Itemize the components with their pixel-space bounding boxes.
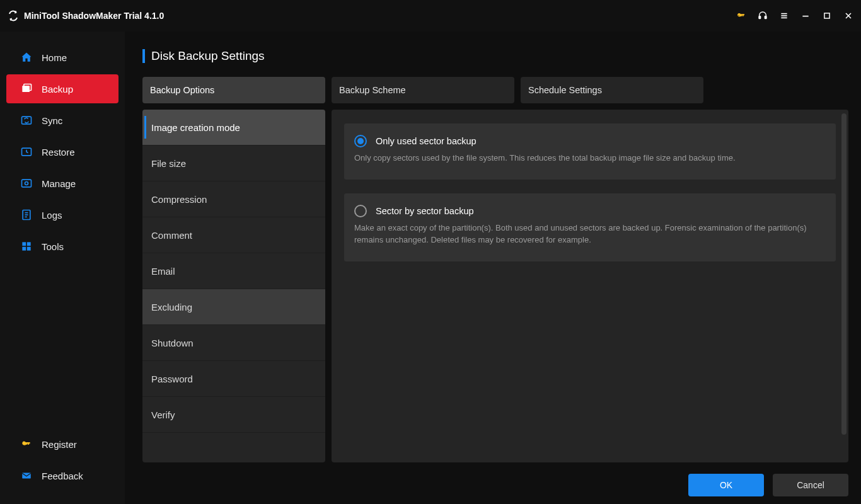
content-area: Disk Backup Settings Backup Options Back… xyxy=(125,32,861,504)
option-label: Compression xyxy=(151,194,207,205)
tab-backup-scheme[interactable]: Backup Scheme xyxy=(332,77,514,103)
sidebar-item-label: Logs xyxy=(42,210,62,220)
option-password[interactable]: Password xyxy=(142,361,325,397)
radio-icon xyxy=(354,205,367,217)
logs-icon xyxy=(20,209,33,221)
menu-icon[interactable] xyxy=(779,11,789,21)
svg-rect-23 xyxy=(22,473,31,479)
minimize-icon[interactable] xyxy=(800,11,811,21)
tools-icon xyxy=(20,240,33,253)
radio-sector-by-sector[interactable]: Sector by sector backup Make an exact co… xyxy=(344,193,836,261)
dialog-footer: OK Cancel xyxy=(142,462,848,496)
header-accent-bar xyxy=(142,49,145,63)
option-shutdown[interactable]: Shutdown xyxy=(142,325,325,361)
radio-title: Only used sector backup xyxy=(376,136,477,146)
sidebar: Home Backup Sync Restore Manage Logs xyxy=(0,32,125,504)
option-file-size[interactable]: File size xyxy=(142,146,325,181)
sidebar-item-feedback[interactable]: Feedback xyxy=(6,461,118,490)
sidebar-item-label: Backup xyxy=(42,84,73,94)
tab-label: Schedule Settings xyxy=(528,85,602,95)
option-label: Shutdown xyxy=(151,338,194,348)
sidebar-item-restore[interactable]: Restore xyxy=(6,137,118,166)
sidebar-item-label: Home xyxy=(42,52,67,63)
option-label: Email xyxy=(151,266,175,277)
titlebar: MiniTool ShadowMaker Trial 4.1.0 xyxy=(0,0,861,32)
svg-rect-20 xyxy=(27,242,31,246)
option-label: Comment xyxy=(151,230,192,241)
sidebar-item-tools[interactable]: Tools xyxy=(6,232,118,261)
option-label: Password xyxy=(151,374,193,384)
sidebar-footer: Register Feedback xyxy=(0,430,125,504)
option-label: Excluding xyxy=(151,302,192,312)
feedback-mail-icon xyxy=(20,469,33,482)
app-logo-icon xyxy=(8,10,19,21)
maximize-icon[interactable] xyxy=(822,11,832,21)
sidebar-item-label: Feedback xyxy=(42,471,83,481)
radio-description: Only copy sectors used by the file syste… xyxy=(354,152,826,164)
restore-icon xyxy=(20,146,33,158)
sidebar-item-label: Register xyxy=(42,439,77,450)
svg-rect-19 xyxy=(22,242,26,246)
tab-schedule-settings[interactable]: Schedule Settings xyxy=(521,77,703,103)
headset-icon[interactable] xyxy=(758,11,768,21)
sidebar-item-register[interactable]: Register xyxy=(6,430,118,459)
option-image-creation-mode[interactable]: Image creation mode xyxy=(142,110,325,146)
manage-icon xyxy=(20,177,33,190)
close-icon[interactable] xyxy=(843,11,853,21)
backup-icon xyxy=(20,83,33,95)
radio-description: Make an exact copy of the partition(s). … xyxy=(354,222,826,246)
sidebar-item-manage[interactable]: Manage xyxy=(6,169,118,198)
tab-backup-options[interactable]: Backup Options xyxy=(142,77,325,103)
radio-icon xyxy=(354,135,367,147)
sidebar-item-label: Tools xyxy=(42,241,64,252)
option-compression[interactable]: Compression xyxy=(142,181,325,217)
option-excluding[interactable]: Excluding xyxy=(142,289,325,325)
sidebar-item-label: Sync xyxy=(42,115,62,126)
svg-rect-6 xyxy=(824,13,829,18)
tabs-row: Backup Options Backup Scheme Schedule Se… xyxy=(142,77,848,103)
sync-icon xyxy=(20,114,33,127)
key-icon[interactable] xyxy=(736,11,746,21)
sidebar-item-home[interactable]: Home xyxy=(6,43,118,72)
cancel-button[interactable]: Cancel xyxy=(773,474,848,496)
radio-only-used-sector[interactable]: Only used sector backup Only copy sector… xyxy=(344,123,836,180)
svg-rect-21 xyxy=(22,247,26,251)
svg-rect-13 xyxy=(22,180,32,187)
sidebar-nav: Home Backup Sync Restore Manage Logs xyxy=(0,43,125,430)
main: Home Backup Sync Restore Manage Logs xyxy=(0,32,861,504)
tab-label: Backup Scheme xyxy=(339,85,406,95)
app-title: MiniTool ShadowMaker Trial 4.1.0 xyxy=(24,11,164,21)
home-icon xyxy=(20,51,33,64)
titlebar-left: MiniTool ShadowMaker Trial 4.1.0 xyxy=(8,10,164,21)
sidebar-item-label: Manage xyxy=(42,178,76,189)
option-detail-panel: Only used sector backup Only copy sector… xyxy=(332,110,848,462)
tab-label: Backup Options xyxy=(150,85,214,95)
svg-rect-22 xyxy=(27,247,31,251)
page-header: Disk Backup Settings xyxy=(142,49,848,63)
options-list: Image creation mode File size Compressio… xyxy=(142,110,325,462)
option-label: File size xyxy=(151,158,186,169)
option-verify[interactable]: Verify xyxy=(142,397,325,433)
options-row: Image creation mode File size Compressio… xyxy=(142,110,848,462)
radio-title: Sector by sector backup xyxy=(376,206,474,216)
sidebar-item-label: Restore xyxy=(42,147,75,158)
sidebar-item-logs[interactable]: Logs xyxy=(6,200,118,229)
option-label: Verify xyxy=(151,410,175,420)
svg-point-14 xyxy=(25,182,28,185)
option-label: Image creation mode xyxy=(151,122,240,133)
option-comment[interactable]: Comment xyxy=(142,217,325,253)
page-title: Disk Backup Settings xyxy=(151,49,265,63)
svg-rect-1 xyxy=(765,16,766,19)
sidebar-item-sync[interactable]: Sync xyxy=(6,106,118,135)
sidebar-item-backup[interactable]: Backup xyxy=(6,74,118,103)
svg-rect-0 xyxy=(759,16,761,19)
radio-header: Only used sector backup xyxy=(354,135,826,147)
radio-header: Sector by sector backup xyxy=(354,205,826,217)
titlebar-controls xyxy=(736,11,853,21)
scrollbar[interactable] xyxy=(841,113,847,435)
register-key-icon xyxy=(20,438,33,450)
option-email[interactable]: Email xyxy=(142,253,325,289)
ok-button[interactable]: OK xyxy=(688,474,764,496)
